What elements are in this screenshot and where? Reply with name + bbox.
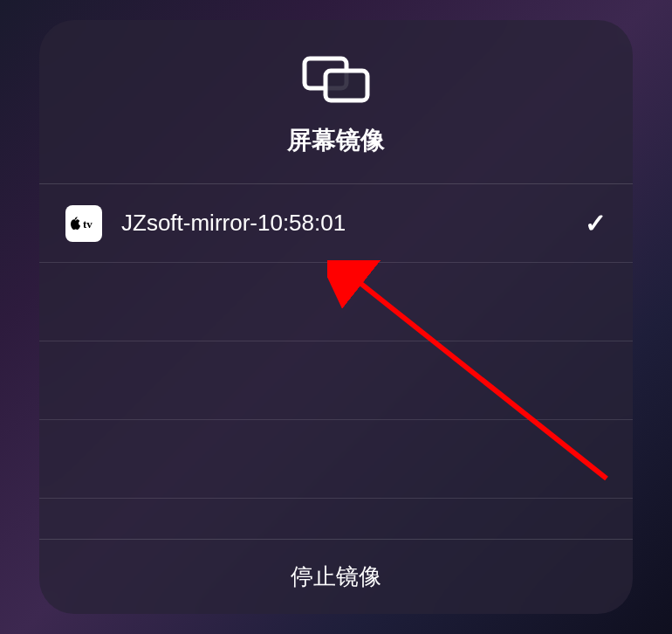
screen-mirroring-icon — [301, 55, 371, 107]
device-row-empty — [39, 341, 633, 420]
stop-button-label: 停止镜像 — [291, 563, 381, 589]
svg-rect-1 — [326, 71, 367, 100]
device-row-empty — [39, 263, 633, 341]
panel-title: 屏幕镜像 — [287, 124, 385, 157]
panel-header: 屏幕镜像 — [39, 20, 633, 184]
devices-list: tv JZsoft-mirror-10:58:01 ✓ — [39, 184, 633, 539]
selected-checkmark-icon: ✓ — [585, 208, 607, 238]
appletv-icon: tv — [65, 205, 102, 242]
device-name-label: JZsoft-mirror-10:58:01 — [121, 210, 576, 237]
svg-text:tv: tv — [83, 217, 93, 231]
stop-mirroring-button[interactable]: 停止镜像 — [39, 539, 633, 614]
device-row-empty — [39, 420, 633, 499]
device-row[interactable]: tv JZsoft-mirror-10:58:01 ✓ — [39, 184, 633, 263]
screen-mirroring-panel: 屏幕镜像 tv JZsoft-mirror-10:58:01 ✓ 停止镜像 — [39, 20, 633, 614]
